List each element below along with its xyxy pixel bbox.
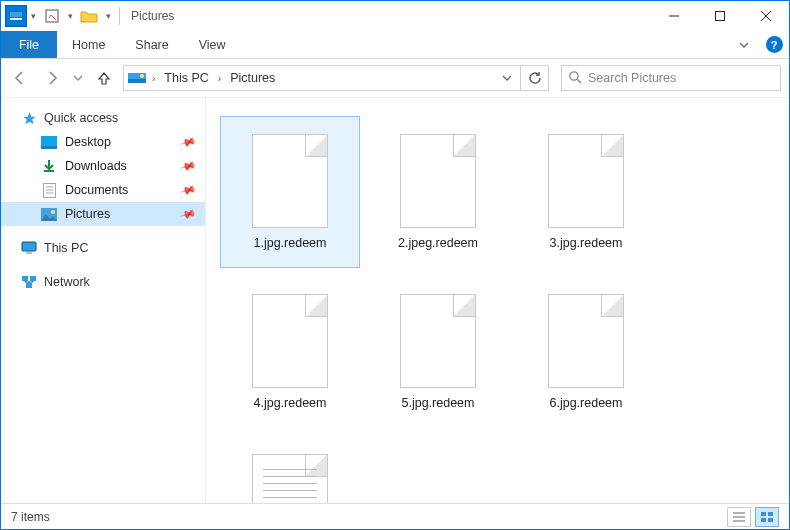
svg-point-21 [51,210,55,214]
explorer-body: Quick access Desktop📌Downloads📌Documents… [1,97,789,503]
sidebar-item-label: Pictures [65,207,110,221]
file-item[interactable]: 3.jpg.redeem [516,116,656,268]
pin-icon: 📌 [179,157,198,175]
pictures-icon [41,206,57,222]
svg-rect-31 [768,512,773,516]
pin-icon: 📌 [179,133,198,151]
window-title: Pictures [131,9,174,23]
help-button[interactable]: ? [759,31,789,58]
desktop-icon [41,134,57,150]
svg-point-10 [140,74,144,78]
quick-access-header[interactable]: Quick access [1,106,205,130]
this-pc-group: This PC [1,236,205,260]
file-item[interactable]: 6.jpg.redeem [516,276,656,428]
file-icon [548,134,624,228]
title-bar: ▾ ▾ ▾ Pictures [1,1,789,31]
window-controls [651,1,789,31]
svg-point-11 [570,71,578,79]
svg-rect-24 [22,276,28,281]
file-name: 6.jpg.redeem [550,396,623,411]
svg-line-12 [577,79,581,83]
qat-new-folder-button[interactable] [77,4,101,28]
file-name: 5.jpg.redeem [402,396,475,411]
up-button[interactable] [91,65,117,91]
navigation-pane: Quick access Desktop📌Downloads📌Documents… [1,98,206,503]
breadcrumb-pictures[interactable]: Pictures [227,71,278,85]
qat-separator [119,7,120,25]
breadcrumb-this-pc[interactable]: This PC [161,71,211,85]
file-item[interactable]: 1.jpg.redeem [220,116,360,268]
refresh-button[interactable] [521,65,549,91]
svg-rect-14 [41,146,57,149]
sidebar-item-label: Desktop [65,135,111,149]
network-group: Network [1,270,205,294]
ribbon-tabs: File Home Share View ? [1,31,789,59]
file-icon [400,294,476,388]
home-tab[interactable]: Home [57,31,120,58]
svg-rect-33 [768,518,773,522]
file-item[interactable]: 2.jpeg.redeem [368,116,508,268]
status-bar: 7 items [1,503,789,529]
file-name: 1.jpg.redeem [254,236,327,251]
maximize-button[interactable] [697,1,743,31]
breadcrumb-root-chevron[interactable]: › [150,73,157,84]
sidebar-item-label: Documents [65,183,128,197]
file-grid[interactable]: 1.jpg.redeem2.jpeg.redeem3.jpg.redeem4.j… [206,98,789,503]
network-label: Network [44,275,90,289]
file-icon [400,134,476,228]
svg-rect-2 [10,12,22,17]
sidebar-item-documents[interactable]: Documents📌 [1,178,205,202]
system-menu-icon[interactable] [5,5,27,27]
svg-rect-22 [22,242,36,251]
details-view-button[interactable] [727,507,751,527]
file-icon [548,294,624,388]
search-input[interactable]: Search Pictures [561,65,781,91]
location-icon [128,71,146,85]
file-tab[interactable]: File [1,31,57,58]
search-placeholder: Search Pictures [588,71,676,85]
sidebar-item-pictures[interactable]: Pictures📌 [1,202,205,226]
pin-icon: 📌 [179,205,198,223]
this-pc-label: This PC [44,241,88,255]
sidebar-item-desktop[interactable]: Desktop📌 [1,130,205,154]
large-icons-view-button[interactable] [755,507,779,527]
close-button[interactable] [743,1,789,31]
text-file-icon [252,454,328,504]
svg-rect-13 [41,136,57,146]
qat-chevron-1[interactable]: ▾ [29,11,38,21]
explorer-window: ▾ ▾ ▾ Pictures File Home Share View [0,0,790,530]
file-name: 3.jpg.redeem [550,236,623,251]
this-pc-header[interactable]: This PC [1,236,205,260]
qat-properties-button[interactable] [40,4,64,28]
quick-access-group: Quick access Desktop📌Downloads📌Documents… [1,106,205,226]
forward-button[interactable] [39,65,65,91]
qat-chevron-2[interactable]: ▾ [66,11,75,21]
file-name: 2.jpeg.redeem [398,236,478,251]
network-header[interactable]: Network [1,270,205,294]
svg-rect-9 [128,79,146,83]
back-button[interactable] [7,65,33,91]
sidebar-item-downloads[interactable]: Downloads📌 [1,154,205,178]
pc-icon [21,240,37,256]
recent-locations-chevron[interactable] [71,73,85,83]
svg-rect-30 [761,512,766,516]
documents-icon [41,182,57,198]
address-bar[interactable]: › This PC › Pictures [123,65,521,91]
share-tab[interactable]: Share [120,31,183,58]
address-nav-bar: › This PC › Pictures Search Pictures [1,59,789,97]
minimize-button[interactable] [651,1,697,31]
pin-icon: 📌 [179,181,198,199]
view-tab[interactable]: View [184,31,241,58]
file-item[interactable]: 5.jpg.redeem [368,276,508,428]
file-name: 4.jpg.redeem [254,396,327,411]
file-icon [252,294,328,388]
svg-rect-26 [26,283,32,288]
svg-rect-23 [26,252,32,254]
ribbon-expand-chevron[interactable] [729,31,759,58]
file-item[interactable]: 4.jpg.redeem [220,276,360,428]
qat-customize-chevron[interactable]: ▾ [103,11,114,21]
file-item[interactable]: Read Me.TXT [220,436,360,503]
svg-rect-25 [30,276,36,281]
breadcrumb-chevron-1[interactable]: › [216,73,223,84]
address-history-chevron[interactable] [498,69,516,87]
